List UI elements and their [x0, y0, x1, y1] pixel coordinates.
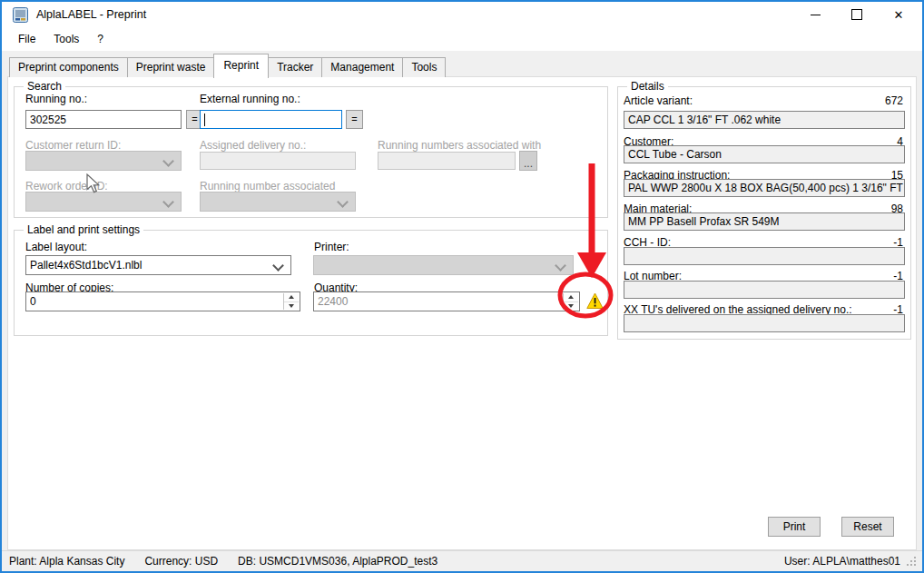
warning-icon	[586, 292, 604, 310]
status-bar: Plant: Alpla Kansas CityCurrency: USDDB:…	[2, 550, 922, 571]
reset-button[interactable]: Reset	[841, 517, 894, 537]
minimize-icon	[811, 15, 821, 15]
window-title: AlplaLABEL - Preprint	[36, 2, 146, 27]
spinner[interactable]	[283, 293, 299, 310]
assigned-delivery-no-input-box	[200, 152, 356, 170]
text-caret	[204, 114, 205, 126]
running-no-input-box	[25, 110, 182, 129]
status-user: User: ALPLA\matthes01	[784, 555, 900, 568]
spinner-down-icon[interactable]	[284, 301, 299, 311]
browse-button[interactable]: ...	[519, 151, 537, 171]
chevron-down-icon	[272, 260, 284, 272]
rework-order-id-label: Rework order ID:	[25, 180, 108, 193]
number-of-copies-stepper	[25, 291, 300, 311]
printer-combobox[interactable]	[313, 255, 574, 275]
number-of-copies-input[interactable]	[26, 292, 283, 311]
external-running-no-label: External running no.:	[200, 93, 300, 105]
chevron-down-icon	[162, 155, 174, 167]
lot-number-value	[624, 281, 905, 299]
tab-management[interactable]: Management	[321, 57, 403, 77]
running-numbers-associated-with-input[interactable]	[378, 153, 515, 169]
tab-preprint-waste[interactable]: Preprint waste	[127, 57, 215, 77]
status-currency: Currency: USD	[144, 555, 218, 568]
menu-bar: File Tools ?	[2, 27, 922, 51]
running-numbers-associated-with-input-box	[378, 152, 516, 170]
chevron-down-icon	[555, 260, 566, 272]
details-group: Details Article variant: 672 CAP CCL 1 3…	[617, 86, 911, 340]
label-print-settings-group: Label and print settings Label layout: P…	[14, 230, 608, 336]
running-numbers-associated-with-label: Running numbers associated with	[378, 139, 541, 152]
label-layout-value: Pallet4x6Std1bcV1.nlbl	[30, 259, 142, 272]
rework-order-id-combobox[interactable]	[25, 192, 182, 212]
tab-tools[interactable]: Tools	[402, 57, 446, 77]
close-button[interactable]: ✕	[878, 2, 919, 27]
external-running-no-input[interactable]	[201, 111, 341, 128]
assigned-delivery-no-input[interactable]	[201, 153, 355, 169]
assigned-delivery-no-label: Assigned delivery no.:	[200, 139, 306, 152]
article-variant-value: CAP CCL 1 3/16" FT .062 white	[624, 111, 905, 129]
quantity-stepper	[313, 291, 580, 311]
tus-delivered-value	[624, 314, 905, 332]
chevron-down-icon	[162, 196, 174, 208]
spinner-up-icon[interactable]	[284, 293, 299, 301]
app-icon	[13, 7, 28, 23]
maximize-icon	[851, 9, 862, 20]
customer-value: CCL Tube - Carson	[624, 145, 905, 163]
tab-reprint[interactable]: Reprint	[213, 54, 269, 78]
running-number-associated-combobox[interactable]	[200, 192, 356, 212]
details-group-title: Details	[627, 80, 668, 93]
article-variant-label: Article variant:	[624, 94, 693, 107]
chevron-down-icon	[337, 196, 349, 208]
external-running-no-equals-button[interactable]: =	[346, 110, 363, 129]
label-layout-label: Label layout:	[25, 241, 87, 253]
status-plant: Plant: Alpla Kansas City	[9, 555, 124, 568]
label-print-settings-title: Label and print settings	[24, 223, 143, 236]
cch-id-value	[624, 247, 905, 265]
status-db: DB: USMCD1VMS036, AlplaPROD_test3	[238, 555, 437, 568]
print-button[interactable]: Print	[768, 517, 821, 537]
tab-strip: Preprint components Preprint waste Repri…	[9, 54, 445, 77]
status-left: Plant: Alpla Kansas CityCurrency: USDDB:…	[9, 555, 457, 568]
running-number-associated-label: Running number associated	[200, 180, 335, 193]
close-icon: ✕	[894, 9, 904, 21]
menu-file[interactable]: File	[9, 29, 44, 49]
article-variant-number: 672	[885, 94, 903, 107]
main-material-value: MM PP Basell Profax SR 549M	[624, 212, 905, 231]
customer-return-id-combobox[interactable]	[25, 151, 182, 171]
spinner-up-icon[interactable]	[564, 293, 578, 301]
resize-grip-icon[interactable]	[906, 556, 917, 567]
menu-help[interactable]: ?	[88, 29, 113, 49]
running-no-label: Running no.:	[25, 93, 87, 105]
menu-tools[interactable]: Tools	[44, 29, 88, 49]
customer-return-id-label: Customer return ID:	[25, 139, 121, 152]
spinner-down-icon[interactable]	[564, 301, 578, 311]
search-group: Search Running no.: = External running n…	[14, 86, 608, 218]
label-layout-combobox[interactable]: Pallet4x6Std1bcV1.nlbl	[25, 255, 291, 275]
printer-label: Printer:	[314, 241, 349, 253]
spinner[interactable]	[563, 293, 578, 310]
minimize-button[interactable]	[794, 2, 836, 27]
maximize-button[interactable]	[836, 2, 878, 27]
tab-tracker[interactable]: Tracker	[268, 57, 322, 77]
external-running-no-input-box	[200, 110, 342, 129]
tab-preprint-components[interactable]: Preprint components	[9, 57, 128, 77]
packaging-instruction-value: PAL WWP 2800u X 18 BOX BAG(50,400 pcs) 1…	[624, 179, 905, 197]
title-bar: AlplaLABEL - Preprint	[2, 2, 922, 27]
quantity-input[interactable]	[314, 292, 563, 311]
running-no-input[interactable]	[26, 111, 181, 128]
search-group-title: Search	[24, 80, 65, 93]
